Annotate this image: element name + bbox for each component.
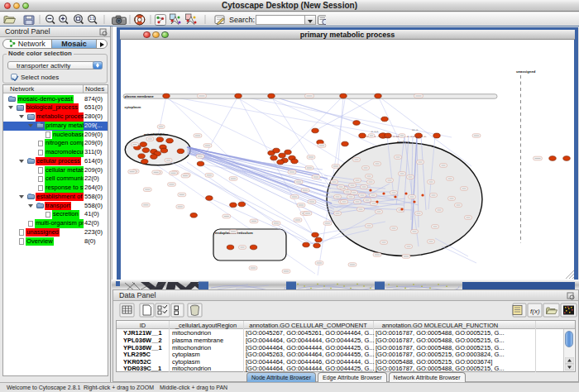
svg-text:plasma membrane: plasma membrane [125, 94, 155, 98]
svg-text:unassigned: unassigned [516, 69, 536, 74]
svg-text:== -=-: == -=- [412, 128, 419, 131]
svg-text:cytoplasm: cytoplasm [125, 105, 141, 109]
svg-text:-=- =-=-: -=- =-=- [371, 130, 379, 133]
svg-text:f(x): f(x) [530, 308, 540, 315]
svg-text:1:1: 1:1 [89, 17, 95, 21]
svg-text:mitochondrion: mitochondrion [144, 132, 169, 136]
